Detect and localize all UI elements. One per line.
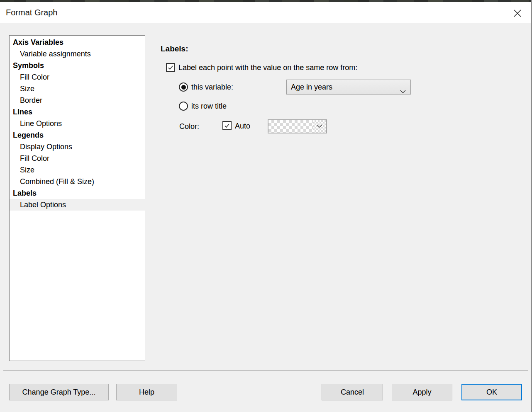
transparent-color-swatch bbox=[268, 120, 313, 133]
sidebar-item-symbols[interactable]: Symbols bbox=[10, 60, 145, 71]
checkmark-icon bbox=[167, 64, 174, 71]
sidebar-item-lines[interactable]: Lines bbox=[10, 106, 145, 118]
auto-color-label: Auto bbox=[235, 121, 250, 131]
sidebar-item-border[interactable]: Border bbox=[10, 95, 145, 106]
chevron-down-icon bbox=[316, 123, 323, 130]
cancel-button[interactable]: Cancel bbox=[322, 384, 383, 400]
close-button[interactable] bbox=[511, 7, 524, 20]
sidebar-item-size[interactable]: Size bbox=[10, 164, 145, 176]
change-graph-type-button[interactable]: Change Graph Type... bbox=[9, 384, 109, 400]
color-label: Color: bbox=[179, 121, 199, 132]
ok-button[interactable]: OK bbox=[461, 384, 522, 400]
color-dropdown-button[interactable] bbox=[313, 120, 326, 133]
sidebar-item-combined-fill-size[interactable]: Combined (Fill & Size) bbox=[10, 176, 145, 187]
sidebar-item-legends[interactable]: Legends bbox=[10, 129, 145, 141]
sidebar-item-labels[interactable]: Labels bbox=[10, 187, 145, 199]
this-variable-label: this variable: bbox=[191, 82, 233, 92]
sidebar-item-fill-color[interactable]: Fill Color bbox=[10, 153, 145, 164]
apply-button[interactable]: Apply bbox=[392, 384, 452, 400]
color-picker-dropdown[interactable] bbox=[268, 119, 327, 133]
label-each-point-checkbox[interactable] bbox=[166, 63, 175, 72]
close-icon bbox=[512, 8, 523, 20]
this-variable-radio[interactable] bbox=[179, 82, 188, 92]
dialog-title: Format Graph bbox=[6, 2, 57, 23]
checkmark-icon bbox=[224, 122, 230, 129]
labels-heading: Labels: bbox=[161, 44, 188, 53]
variable-select[interactable]: Age in years bbox=[286, 80, 411, 95]
titlebar: Format Graph bbox=[0, 2, 532, 23]
help-button[interactable]: Help bbox=[116, 384, 177, 400]
sidebar-item-fill-color[interactable]: Fill Color bbox=[10, 71, 145, 83]
format-graph-dialog: Format Graph Axis VariablesVariable assi… bbox=[0, 0, 532, 412]
sidebar-item-variable-assignments[interactable]: Variable assignments bbox=[10, 48, 145, 60]
sidebar-item-label-options[interactable]: Label Options bbox=[10, 199, 145, 211]
auto-color-checkbox[interactable] bbox=[222, 121, 232, 130]
variable-select-value: Age in years bbox=[291, 83, 332, 91]
footer-divider bbox=[3, 370, 528, 371]
chevron-down-icon bbox=[400, 85, 406, 99]
settings-tree: Axis VariablesVariable assignmentsSymbol… bbox=[9, 35, 145, 361]
sidebar-item-size[interactable]: Size bbox=[10, 83, 145, 95]
its-row-title-label: its row title bbox=[191, 101, 227, 111]
its-row-title-radio[interactable] bbox=[179, 102, 188, 111]
sidebar-item-line-options[interactable]: Line Options bbox=[10, 118, 145, 129]
radio-dot bbox=[181, 85, 186, 90]
sidebar-item-axis-variables[interactable]: Axis Variables bbox=[10, 36, 145, 48]
label-each-point-label: Label each point with the value on the s… bbox=[178, 63, 357, 73]
sidebar-item-display-options[interactable]: Display Options bbox=[10, 141, 145, 153]
